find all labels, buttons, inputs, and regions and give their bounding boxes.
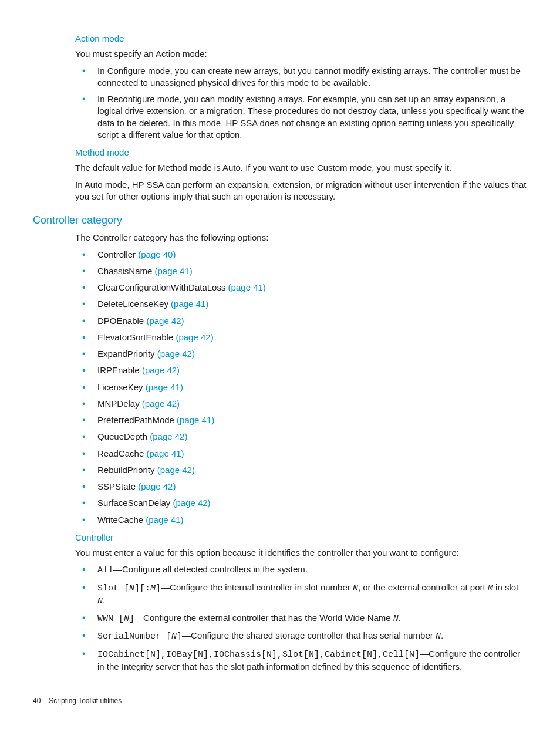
page-link[interactable]: (page 40)	[138, 249, 176, 259]
page-link[interactable]: (page 42)	[142, 365, 180, 375]
option-name: DeleteLicenseKey	[97, 299, 171, 309]
controller-values-list: All—Configure all detected controllers i…	[75, 563, 527, 673]
heading-controller: Controller	[75, 532, 527, 544]
list-item: SerialNumber [N]—Configure the shared st…	[75, 630, 527, 643]
option-name: RebuildPriority	[97, 465, 157, 475]
text: —Configure the shared storage controller…	[182, 630, 436, 640]
page-link[interactable]: (page 42)	[176, 332, 213, 342]
text: , or the external controller at port	[358, 582, 488, 592]
text: —Configure the internal controller in sl…	[161, 582, 353, 592]
list-item: ChassisName (page 41)	[75, 265, 527, 277]
page-link[interactable]: (page 42)	[173, 498, 210, 508]
list-item: QueueDepth (page 42)	[75, 431, 527, 443]
page-number: 40	[33, 697, 41, 705]
option-name: ChassisName	[97, 266, 155, 276]
page-link[interactable]: (page 41)	[171, 299, 208, 309]
code-all: All	[97, 565, 113, 575]
list-item: MNPDelay (page 42)	[75, 398, 527, 410]
action-mode-intro: You must specify an Action mode:	[75, 48, 527, 60]
list-item: ExpandPriority (page 42)	[75, 348, 527, 360]
option-name: ReadCache	[97, 448, 146, 458]
page-link[interactable]: (page 42)	[157, 465, 195, 475]
list-item: ReadCache (page 41)	[75, 448, 527, 460]
text: —Configure all detected controllers in t…	[113, 564, 308, 574]
option-name: SurfaceScanDelay	[97, 498, 173, 508]
page-link[interactable]: (page 42)	[146, 316, 184, 326]
page-link[interactable]: (page 41)	[177, 415, 214, 425]
list-item: All—Configure all detected controllers i…	[75, 563, 527, 576]
list-item: IOCabinet[N],IOBay[N],IOChassis[N],Slot[…	[75, 648, 527, 673]
option-name: ExpandPriority	[97, 349, 157, 359]
footer-title: Scripting Toolkit utilities	[49, 697, 122, 705]
code-serialnumber: SerialNumber [N]	[97, 632, 182, 642]
option-name: PreferredPathMode	[97, 415, 177, 425]
controller-intro: You must enter a value for this option b…	[75, 547, 527, 559]
option-name: Controller	[97, 249, 138, 259]
page-footer: 40Scripting Toolkit utilities	[33, 696, 527, 706]
method-mode-p1: The default value for Method mode is Aut…	[75, 162, 527, 174]
heading-controller-category: Controller category	[33, 213, 527, 227]
option-name: SSPState	[97, 481, 138, 491]
list-item: In Configure mode, you can create new ar…	[75, 65, 527, 89]
list-item: WWN [N]—Configure the external controlle…	[75, 612, 527, 625]
option-name: LicenseKey	[97, 382, 146, 392]
list-item: DPOEnable (page 42)	[75, 315, 527, 327]
code-iocabinet: IOCabinet[N],IOBay[N],IOChassis[N],Slot[…	[97, 650, 420, 660]
list-item: WriteCache (page 41)	[75, 514, 527, 526]
option-name: QueueDepth	[97, 431, 150, 441]
option-name: MNPDelay	[97, 399, 142, 409]
page-link[interactable]: (page 41)	[146, 515, 183, 525]
text: .	[103, 595, 105, 605]
list-item: SurfaceScanDelay (page 42)	[75, 497, 527, 509]
page-link[interactable]: (page 41)	[228, 282, 266, 292]
list-item: IRPEnable (page 42)	[75, 364, 527, 376]
code-slot: Slot [N][:M]	[97, 583, 161, 593]
code-wwn: WWN [N]	[97, 614, 134, 624]
page-link[interactable]: (page 41)	[146, 382, 183, 392]
list-item: ClearConfigurationWithDataLoss (page 41)	[75, 282, 527, 293]
list-item: SSPState (page 42)	[75, 481, 527, 492]
page-link[interactable]: (page 41)	[146, 448, 184, 458]
list-item: PreferredPathMode (page 41)	[75, 414, 527, 426]
option-name: WriteCache	[97, 515, 146, 525]
option-name: ClearConfigurationWithDataLoss	[97, 282, 228, 292]
list-item: Controller (page 40)	[75, 249, 527, 261]
page-link[interactable]: (page 42)	[150, 431, 187, 441]
list-item: RebuildPriority (page 42)	[75, 464, 527, 476]
list-item: ElevatorSortEnable (page 42)	[75, 332, 527, 343]
text: in slot	[493, 582, 518, 592]
controller-options-list: Controller (page 40)ChassisName (page 41…	[75, 249, 527, 526]
option-name: DPOEnable	[97, 316, 146, 326]
list-item: In Reconfigure mode, you can modify exis…	[75, 93, 527, 141]
page-link[interactable]: (page 42)	[138, 481, 176, 491]
list-item: LicenseKey (page 41)	[75, 382, 527, 393]
controller-category-intro: The Controller category has the followin…	[75, 232, 527, 244]
list-item: DeleteLicenseKey (page 41)	[75, 298, 527, 310]
page-link[interactable]: (page 41)	[155, 266, 193, 276]
page-link[interactable]: (page 42)	[157, 349, 195, 359]
text: .	[441, 630, 443, 640]
page-link[interactable]: (page 42)	[142, 399, 180, 409]
method-mode-p2: In Auto mode, HP SSA can perform an expa…	[75, 179, 527, 203]
text: —Configure the external controller that …	[134, 613, 393, 623]
action-mode-list: In Configure mode, you can create new ar…	[75, 65, 527, 141]
list-item: Slot [N][:M]—Configure the internal cont…	[75, 582, 527, 608]
text: .	[399, 613, 401, 623]
heading-method-mode: Method mode	[75, 147, 527, 158]
option-name: IRPEnable	[97, 365, 142, 375]
heading-action-mode: Action mode	[75, 33, 527, 45]
option-name: ElevatorSortEnable	[97, 332, 176, 342]
